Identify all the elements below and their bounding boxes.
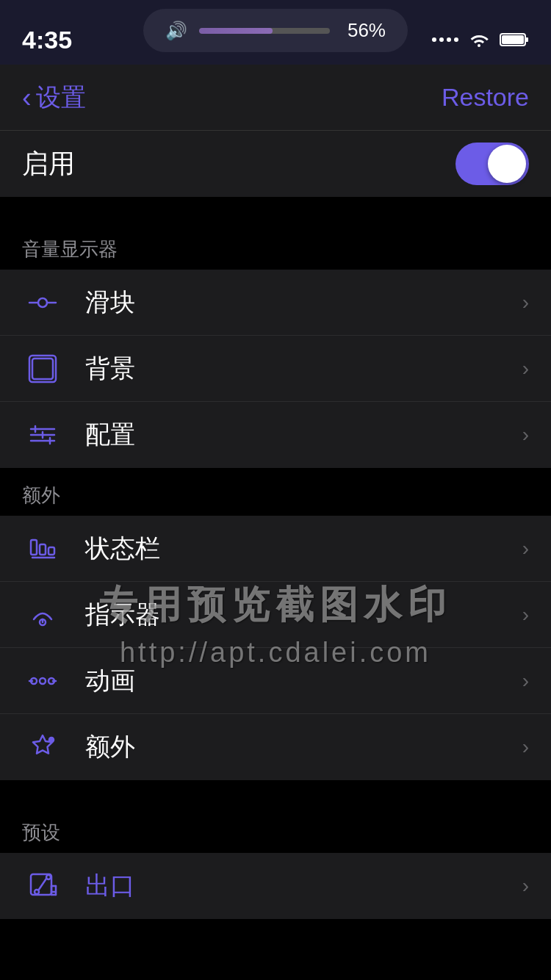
statusbar-item[interactable]: 状态栏 › <box>0 516 551 582</box>
extra-item[interactable]: 额外 › <box>0 714 551 780</box>
volume-percent: 56% <box>342 19 386 42</box>
signal-dots-icon <box>432 37 458 42</box>
config-chevron-icon: › <box>522 425 529 445</box>
indicator-chevron-icon: › <box>522 605 529 625</box>
enable-toggle[interactable] <box>455 143 529 185</box>
extra-header-text: 额外 <box>22 484 60 506</box>
indicator-icon <box>22 594 63 635</box>
back-chevron-icon: ‹ <box>22 84 32 112</box>
animation-item[interactable]: 动画 › <box>0 648 551 714</box>
volume-bar-background <box>199 28 330 34</box>
enable-row: 启用 <box>22 131 529 197</box>
svg-rect-16 <box>48 547 54 555</box>
config-label: 配置 <box>85 418 522 452</box>
indicator-label: 指示器 <box>85 598 522 632</box>
svg-line-30 <box>39 879 47 890</box>
extra-chevron-icon: › <box>522 737 529 757</box>
svg-rect-1 <box>525 37 528 42</box>
background-chevron-icon: › <box>522 359 529 379</box>
slider-icon <box>22 282 63 323</box>
statusbar-label: 状态栏 <box>85 532 522 566</box>
svg-point-31 <box>46 875 51 879</box>
battery-icon <box>500 32 529 48</box>
toggle-knob <box>488 145 526 183</box>
status-icons <box>432 31 529 48</box>
wifi-icon <box>467 31 491 48</box>
export-label: 出口 <box>85 869 522 903</box>
export-item[interactable]: 出口 › <box>0 853 551 919</box>
volume-speaker-icon: 🔊 <box>165 21 187 41</box>
svg-rect-15 <box>40 544 46 555</box>
volume-display-list: 滑块 › 背景 › 配置 › <box>0 270 551 468</box>
svg-rect-14 <box>31 540 37 555</box>
preset-header-text: 预设 <box>22 821 60 843</box>
nav-bar: ‹ 设置 Restore <box>0 65 551 131</box>
extra-list: 状态栏 › 指示器 › <box>0 516 551 780</box>
back-label: 设置 <box>36 81 86 115</box>
extra-section-header: 额外 <box>0 468 551 516</box>
enable-section: 启用 <box>0 131 551 197</box>
svg-point-21 <box>40 678 46 684</box>
slider-item[interactable]: 滑块 › <box>0 270 551 336</box>
svg-rect-2 <box>502 35 524 44</box>
extra-label: 额外 <box>85 730 522 764</box>
enable-label: 启用 <box>22 146 75 182</box>
config-item[interactable]: 配置 › <box>0 402 551 468</box>
background-item[interactable]: 背景 › <box>0 336 551 402</box>
spacer-1 <box>0 197 551 226</box>
volume-display-header: 音量显示器 <box>0 226 551 270</box>
background-icon <box>22 348 63 389</box>
spacer-2 <box>0 780 551 810</box>
watermark-area: 额外 专用预览截图水印 http://apt.cdalei.com 状态栏 › <box>0 468 551 780</box>
statusbar-icon <box>22 528 63 569</box>
config-icon <box>22 414 63 455</box>
svg-point-3 <box>38 298 47 307</box>
status-bar: 4:35 🔊 56% <box>0 0 551 65</box>
restore-button[interactable]: Restore <box>442 83 529 112</box>
volume-bar-fill <box>199 28 273 34</box>
background-label: 背景 <box>85 352 522 386</box>
export-chevron-icon: › <box>522 876 529 896</box>
back-button[interactable]: ‹ 设置 <box>22 81 86 115</box>
slider-chevron-icon: › <box>522 292 529 313</box>
status-time: 4:35 <box>22 26 72 54</box>
animation-label: 动画 <box>85 664 522 698</box>
volume-hud: 🔊 56% <box>143 9 408 52</box>
indicator-item[interactable]: 指示器 › <box>0 582 551 648</box>
volume-display-header-text: 音量显示器 <box>22 238 118 260</box>
preset-section-header: 预设 <box>0 810 551 853</box>
export-icon <box>22 865 63 907</box>
slider-label: 滑块 <box>85 286 522 320</box>
animation-chevron-icon: › <box>522 671 529 691</box>
preset-list: 出口 › <box>0 853 551 919</box>
statusbar-chevron-icon: › <box>522 538 529 559</box>
svg-rect-6 <box>32 359 53 379</box>
extra-icon <box>22 727 63 768</box>
animation-icon <box>22 660 63 702</box>
